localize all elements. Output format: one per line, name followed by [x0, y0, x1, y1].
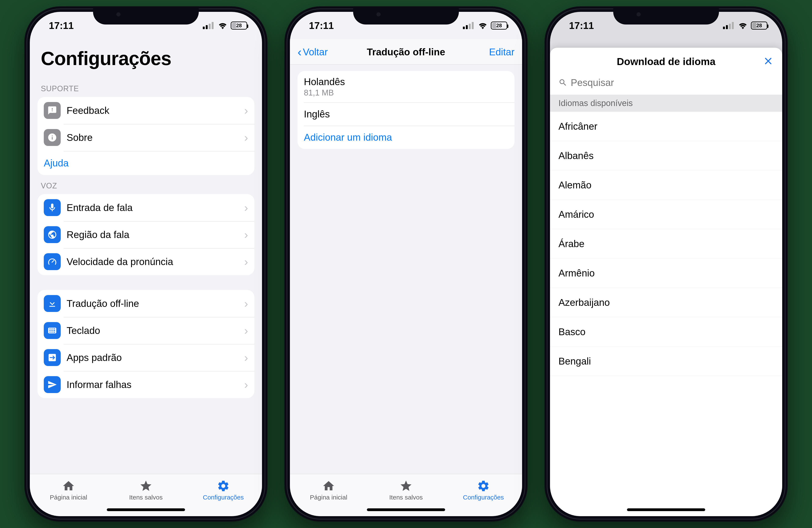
chevron-right-icon: ›: [244, 351, 248, 364]
chevron-right-icon: ›: [244, 255, 248, 268]
home-indicator[interactable]: [627, 508, 705, 511]
row-add-language[interactable]: Adicionar um idioma: [298, 126, 514, 149]
tab-home[interactable]: Página inicial: [30, 474, 107, 506]
notch: [93, 6, 199, 25]
wifi-icon: [218, 22, 228, 29]
lang-name: Inglês: [304, 108, 508, 120]
phone-frame-3: 17:11 28 Download de idioma Idiomas disp…: [545, 6, 788, 522]
send-icon: [44, 376, 61, 393]
row-about[interactable]: Sobre ›: [38, 124, 255, 151]
lang-name: Holandês: [304, 76, 508, 88]
language-list: AfricânerAlbanêsAlemãoAmáricoÁrabeArmêni…: [550, 112, 782, 516]
language-row[interactable]: Bengali: [550, 347, 782, 376]
tab-saved[interactable]: Itens salvos: [107, 474, 185, 506]
nav-bar: ‹Voltar Tradução off-line Editar: [290, 39, 522, 65]
notch: [613, 6, 719, 25]
nav-title: Tradução off-line: [367, 46, 445, 58]
modal-title: Download de idioma: [617, 56, 715, 67]
info-icon: [44, 129, 61, 146]
row-speech-speed[interactable]: Velocidade da pronúncia ›: [38, 248, 255, 275]
back-label: Voltar: [303, 46, 328, 58]
edit-button[interactable]: Editar: [489, 46, 514, 58]
chevron-right-icon: ›: [244, 324, 248, 337]
language-row[interactable]: Basco: [550, 317, 782, 347]
section-header-voice: VOZ: [30, 175, 262, 194]
arrow-right-box-icon: [44, 349, 61, 366]
battery-icon: 28: [751, 21, 767, 30]
chevron-right-icon: ›: [244, 228, 248, 241]
content-area: Holandês 81,1 MB Inglês Adicionar um idi…: [290, 65, 522, 474]
voice-card: Entrada de fala › Região da fala › Veloc…: [38, 194, 255, 275]
tab-label: Itens salvos: [129, 494, 163, 501]
row-label: Teclado: [67, 325, 238, 336]
phone-frame-1: 17:11 28 Configurações SUPORTE Feedback …: [24, 6, 267, 522]
content-area: Configurações SUPORTE Feedback › Sobre ›: [30, 39, 262, 474]
language-row[interactable]: Alemão: [550, 170, 782, 200]
language-row[interactable]: Amárico: [550, 200, 782, 229]
language-row[interactable]: Azerbaijano: [550, 288, 782, 317]
row-label: Sobre: [67, 132, 238, 143]
row-lang-dutch[interactable]: Holandês 81,1 MB: [298, 71, 514, 103]
keyboard-icon: [44, 322, 61, 339]
tab-home[interactable]: Página inicial: [290, 474, 367, 506]
home-indicator[interactable]: [367, 508, 445, 511]
close-icon: [764, 56, 773, 66]
notch: [353, 6, 459, 25]
row-label: Tradução off-line: [67, 298, 238, 309]
search-input[interactable]: [571, 77, 774, 88]
row-label: Feedback: [67, 105, 238, 116]
tab-label: Página inicial: [50, 494, 87, 501]
row-feedback[interactable]: Feedback ›: [38, 97, 255, 124]
row-label: Informar falhas: [67, 379, 238, 390]
section-header-languages: Idiomas disponíveis: [550, 95, 782, 112]
tab-settings[interactable]: Configurações: [445, 474, 522, 506]
cellular-icon: [463, 22, 475, 29]
screen-settings: 17:11 28 Configurações SUPORTE Feedback …: [30, 12, 262, 516]
language-row[interactable]: Albanês: [550, 141, 782, 170]
chevron-left-icon: ‹: [298, 46, 302, 58]
download-icon: [44, 295, 61, 312]
section-header-support: SUPORTE: [30, 78, 262, 97]
row-speech-input[interactable]: Entrada de fala ›: [38, 194, 255, 221]
row-label: Região da fala: [67, 229, 238, 240]
gear-icon: [217, 479, 230, 493]
back-button[interactable]: ‹Voltar: [298, 46, 328, 58]
language-row[interactable]: Árabe: [550, 229, 782, 258]
row-help[interactable]: Ajuda: [38, 151, 255, 175]
modal-sheet: Download de idioma Idiomas disponíveis A…: [550, 48, 782, 516]
lang-size: 81,1 MB: [304, 88, 508, 97]
tab-label: Configurações: [463, 494, 504, 501]
row-default-apps[interactable]: Apps padrão ›: [38, 344, 255, 371]
row-lang-english[interactable]: Inglês: [298, 103, 514, 126]
status-icons: 28: [723, 21, 767, 30]
row-keyboard[interactable]: Teclado ›: [38, 317, 255, 344]
modal-header: Download de idioma: [550, 48, 782, 75]
row-report-issue[interactable]: Informar falhas ›: [38, 371, 255, 398]
row-speech-region[interactable]: Região da fala ›: [38, 221, 255, 248]
tab-label: Configurações: [203, 494, 244, 501]
language-row[interactable]: Africâner: [550, 112, 782, 141]
other-card: Tradução off-line › Teclado › Apps padrã…: [38, 290, 255, 398]
close-button[interactable]: [764, 55, 773, 69]
battery-icon: 28: [231, 21, 247, 30]
star-icon: [139, 479, 153, 493]
language-row[interactable]: Armênio: [550, 258, 782, 288]
status-icons: 28: [203, 21, 247, 30]
status-time: 17:11: [569, 20, 594, 31]
row-label: Entrada de fala: [67, 202, 238, 213]
home-indicator[interactable]: [107, 508, 185, 511]
tab-saved[interactable]: Itens salvos: [367, 474, 445, 506]
gear-icon: [477, 479, 490, 493]
search-row[interactable]: [550, 75, 782, 95]
row-label: Velocidade da pronúncia: [67, 256, 238, 267]
chevron-right-icon: ›: [244, 297, 248, 310]
row-offline-translation[interactable]: Tradução off-line ›: [38, 290, 255, 317]
help-link: Ajuda: [44, 157, 69, 169]
support-card: Feedback › Sobre › Ajuda: [38, 97, 255, 175]
home-icon: [62, 479, 75, 493]
add-language-link: Adicionar um idioma: [304, 132, 392, 143]
tab-settings[interactable]: Configurações: [185, 474, 262, 506]
home-icon: [322, 479, 335, 493]
globe-icon: [44, 226, 61, 243]
phone-frame-2: 17:11 28 ‹Voltar Tradução off-line Edita…: [285, 6, 527, 522]
